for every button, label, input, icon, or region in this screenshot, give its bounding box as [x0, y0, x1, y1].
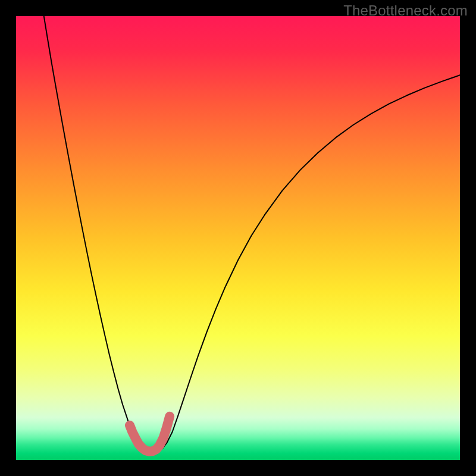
watermark-text: TheBottleneck.com: [343, 2, 468, 19]
gradient-background: [16, 16, 460, 460]
chart-frame: TheBottleneck.com: [0, 0, 476, 476]
chart-canvas: [16, 16, 460, 460]
plot-area: [16, 16, 460, 460]
